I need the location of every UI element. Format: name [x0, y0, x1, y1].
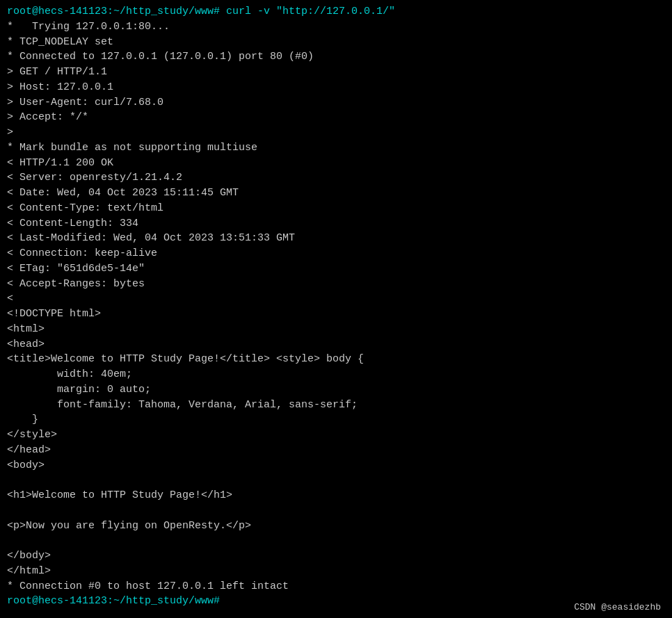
- line-23: <head>: [7, 337, 665, 352]
- line-21: <!DOCTYPE html>: [7, 307, 665, 322]
- line-11: < HTTP/1.1 200 OK: [7, 156, 665, 171]
- line-13: < Date: Wed, 04 Oct 2023 15:11:45 GMT: [7, 186, 665, 201]
- line-18: < ETag: "651d6de5-14e": [7, 261, 665, 277]
- watermark: CSDN @seasidezhb: [574, 602, 661, 612]
- line-31: <body>: [7, 458, 665, 473]
- line-25: width: 40em;: [7, 367, 665, 382]
- line-22: <html>: [7, 322, 665, 337]
- line-20: <: [7, 291, 665, 307]
- line-5: > GET / HTTP/1.1: [7, 65, 665, 80]
- line-34: [7, 503, 665, 519]
- terminal: root@hecs-141123:~/http_study/www# curl …: [0, 0, 672, 618]
- line-16: < Last-Modified: Wed, 04 Oct 2023 13:51:…: [7, 231, 665, 246]
- line-30: </head>: [7, 443, 665, 458]
- line-12: < Server: openresty/1.21.4.2: [7, 170, 665, 186]
- line-15: < Content-Length: 334: [7, 216, 665, 231]
- line-33: <h1>Welcome to HTTP Study Page!</h1>: [7, 488, 665, 503]
- line-7: > User-Agent: curl/7.68.0: [7, 95, 665, 111]
- line-9: >: [7, 125, 665, 140]
- line-28: }: [7, 412, 665, 428]
- line-29: </style>: [7, 428, 665, 443]
- line-36: [7, 533, 665, 548]
- line-10: * Mark bundle as not supporting multiuse: [7, 140, 665, 156]
- line-35: <p>Now you are flying on OpenResty.</p>: [7, 519, 665, 534]
- line-37: </body>: [7, 548, 665, 564]
- terminal-output: root@hecs-141123:~/http_study/www# curl …: [7, 4, 665, 609]
- line-1: root@hecs-141123:~/http_study/www# curl …: [7, 4, 665, 19]
- line-2: * Trying 127.0.0.1:80...: [7, 19, 665, 35]
- line-40: root@hecs-141123:~/http_study/www#: [7, 594, 665, 609]
- line-17: < Connection: keep-alive: [7, 246, 665, 261]
- line-6: > Host: 127.0.0.1: [7, 80, 665, 95]
- line-3: * TCP_NODELAY set: [7, 35, 665, 50]
- line-24: <title>Welcome to HTTP Study Page!</titl…: [7, 352, 665, 367]
- line-38: </html>: [7, 564, 665, 579]
- line-27: font-family: Tahoma, Verdana, Arial, san…: [7, 398, 665, 413]
- line-26: margin: 0 auto;: [7, 382, 665, 398]
- line-32: [7, 473, 665, 488]
- line-14: < Content-Type: text/html: [7, 201, 665, 216]
- line-39: * Connection #0 to host 127.0.0.1 left i…: [7, 579, 665, 594]
- line-4: * Connected to 127.0.0.1 (127.0.0.1) por…: [7, 49, 665, 65]
- line-8: > Accept: */*: [7, 110, 665, 125]
- line-19: < Accept-Ranges: bytes: [7, 277, 665, 292]
